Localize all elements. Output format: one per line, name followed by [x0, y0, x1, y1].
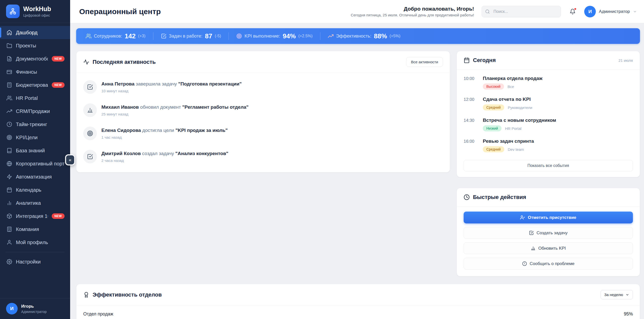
calculator-icon: [7, 82, 12, 88]
activity-title: Последняя активность: [93, 59, 156, 65]
check-square-icon: [83, 150, 97, 163]
user-check-icon: [520, 215, 525, 220]
activity-card: Последняя активность Все активности Анна…: [76, 51, 450, 172]
sidebar-item-hr-portal[interactable]: HR Portal: [0, 92, 70, 105]
bar-chart-icon: [83, 103, 97, 117]
sidebar-item-company[interactable]: Компания: [0, 223, 70, 236]
new-badge: NEW: [52, 82, 65, 88]
activity-item: Дмитрий Козлов создал задачу "Анализ кон…: [83, 145, 443, 168]
quick-actions-card: Быстрые действия Отметить присутствие Со…: [457, 188, 640, 276]
search-input[interactable]: [482, 6, 561, 17]
new-badge: NEW: [52, 213, 65, 219]
calendar-icon: [7, 187, 12, 193]
home-icon: [7, 30, 12, 35]
stat-tasks: Задач в работе: 87 (-5): [153, 32, 229, 40]
avatar: И: [6, 303, 18, 314]
all-activities-button[interactable]: Все активности: [406, 57, 443, 67]
sidebar-item-finance[interactable]: Финансы: [0, 65, 70, 78]
building-icon: [7, 226, 12, 232]
collapse-chevrons-icon: «: [69, 157, 72, 163]
notifications-button[interactable]: [569, 8, 577, 16]
sidebar-item-settings[interactable]: Настройки: [0, 255, 70, 268]
user-menu[interactable]: И Администратор: [584, 6, 637, 17]
priority-badge: Низкий: [483, 125, 501, 131]
activity-time: 10 минут назад: [101, 89, 242, 93]
sidebar-item-analytics[interactable]: Аналитика: [0, 196, 70, 210]
today-title: Сегодня: [473, 57, 496, 64]
users-icon: [86, 33, 91, 39]
sidebar-item-projects[interactable]: Проекты: [0, 39, 70, 52]
sidebar-item-my-profile[interactable]: Мой профиль: [0, 236, 70, 249]
sidebar-nav: Дашборд Проекты Документооборот NEW Фина…: [0, 23, 70, 268]
user-role-label: Администратор: [599, 9, 630, 14]
target-icon: [83, 127, 97, 140]
gear-icon: [7, 259, 12, 265]
workhub-logo-icon: [6, 5, 20, 18]
update-kpi-button[interactable]: Обновить KPI: [464, 242, 633, 254]
sidebar-user-card[interactable]: И Игорь Администратор: [0, 298, 70, 319]
check-square-icon: [529, 230, 534, 235]
sidebar-item-1c-integration[interactable]: Интеграция 1С NEW: [0, 210, 70, 223]
zap-icon: [7, 174, 12, 180]
check-square-icon: [83, 80, 97, 94]
search-box: [482, 6, 561, 17]
globe-icon: [7, 161, 12, 166]
check-in-button[interactable]: Отметить присутствие: [464, 212, 633, 223]
activity-item: Михаил Иванов обновил документ "Регламен…: [83, 99, 443, 122]
chevron-down-icon: [626, 293, 629, 297]
period-select[interactable]: За неделю: [601, 290, 633, 299]
target-icon: [236, 33, 242, 39]
app-tagline: Цифровой офис: [23, 13, 51, 17]
chevron-down-icon: [633, 10, 637, 14]
sidebar-collapse-button[interactable]: «: [65, 154, 75, 165]
event-audience: Все: [508, 84, 514, 89]
clock-icon: [464, 194, 470, 200]
event-row: 12:00 Сдача отчета по KPI Средний Руково…: [464, 93, 633, 114]
sidebar-item-corporate-portal[interactable]: Корпоративный портал: [0, 157, 70, 170]
folder-icon: [7, 43, 12, 48]
sidebar-divider: [6, 252, 65, 252]
activity-time: 2 часа назад: [101, 158, 228, 163]
priority-badge: Средний: [483, 146, 504, 152]
sidebar-item-dashboard[interactable]: Дашборд: [0, 26, 70, 39]
stat-kpi: KPI выполнение: 94% (+2.5%): [229, 32, 320, 40]
sidebar-item-docflow[interactable]: Документооборот NEW: [0, 52, 70, 65]
activity-time: 1 час назад: [101, 135, 228, 139]
sidebar-item-automation[interactable]: Автоматизация: [0, 170, 70, 183]
sidebar-item-budgeting[interactable]: Бюджетирование NEW: [0, 78, 70, 92]
report-problem-button[interactable]: Сообщить о проблеме: [464, 258, 633, 270]
kpi-stat-bar: Сотрудников: 142 (+3) Задач в работе: 87…: [76, 28, 640, 44]
app-name: WorkHub: [23, 5, 51, 13]
users-icon: [7, 95, 12, 101]
wallet-icon: [7, 69, 12, 75]
event-audience: Dev team: [508, 147, 524, 152]
activity-item: Анна Петрова завершила задачу "Подготовк…: [83, 75, 443, 99]
activity-item: Елена Сидорова достигла цели "KPI продаж…: [83, 122, 443, 145]
sidebar-item-crm[interactable]: CRM/Продажи: [0, 105, 70, 118]
department-row: Отдел продаж95%: [83, 311, 633, 319]
app-logo: WorkHub Цифровой офис: [0, 0, 70, 23]
event-audience: HR Portal: [505, 126, 521, 131]
new-badge: NEW: [52, 56, 65, 62]
sidebar-item-calendar[interactable]: Календарь: [0, 183, 70, 196]
book-icon: [7, 148, 12, 153]
departments-card: Эффективность отделов За неделю Отдел пр…: [76, 284, 640, 319]
activity-pulse-icon: [83, 59, 89, 65]
notification-dot: [574, 8, 577, 10]
welcome-subtitle: Сегодня пятница, 25 июля. Отличный день …: [351, 13, 474, 18]
event-row: 16:00 Ревью задач спринта Средний Dev te…: [464, 135, 633, 156]
user-icon: [7, 240, 12, 245]
create-task-button[interactable]: Создать задачу: [464, 227, 633, 239]
sidebar-item-time-tracking[interactable]: Тайм-трекинг: [0, 118, 70, 131]
avatar: И: [584, 6, 596, 17]
show-all-events-button[interactable]: Показать все события: [464, 160, 633, 171]
sidebar-item-kpi[interactable]: KPI/Цели: [0, 131, 70, 144]
top-header: Операционный центр Добро пожаловать, Иго…: [70, 0, 644, 23]
trending-up-icon: [328, 33, 333, 39]
check-square-icon: [161, 33, 166, 39]
event-row: 14:30 Встреча с новым сотрудником Низкий…: [464, 114, 633, 135]
sidebar-item-knowledge-base[interactable]: База знаний: [0, 144, 70, 157]
sidebar-user-role: Администратор: [21, 310, 47, 314]
sidebar: WorkHub Цифровой офис Дашборд Проекты До…: [0, 0, 70, 319]
bar-chart-icon: [7, 200, 12, 206]
